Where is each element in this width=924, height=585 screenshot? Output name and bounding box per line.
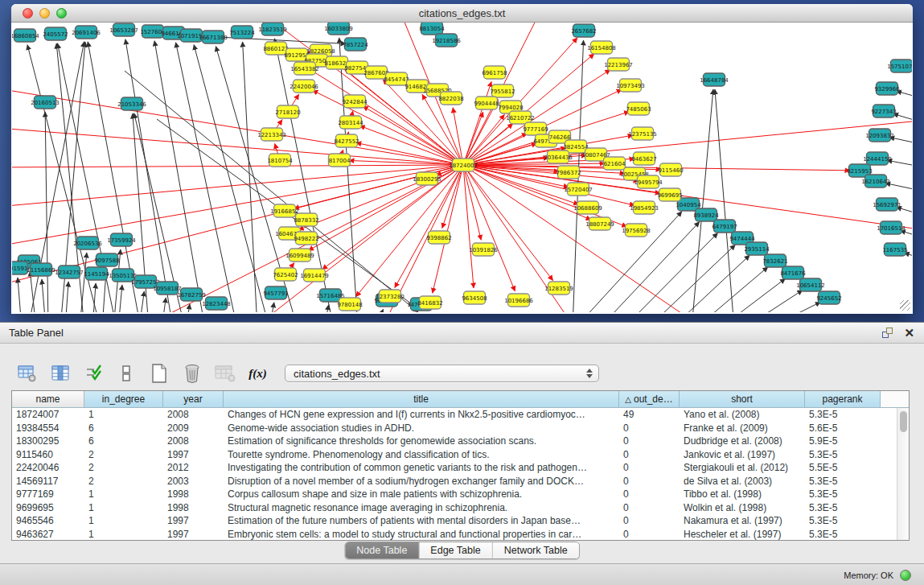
graph-node[interactable]: 1167535 [882, 243, 907, 256]
graph-edge[interactable] [18, 278, 22, 312]
graph-node[interactable]: 6961758 [482, 66, 507, 79]
graph-node[interactable]: 16648784 [700, 73, 729, 86]
graph-node[interactable]: 12444159 [863, 152, 892, 165]
graph-edge[interactable] [463, 165, 474, 288]
table-row[interactable]: 1872400712008Changes of HCN gene express… [12, 408, 909, 422]
graph-node[interactable]: 2803144 [338, 116, 363, 129]
graph-node[interactable]: 2405572 [43, 27, 68, 40]
graph-edge[interactable] [298, 165, 463, 230]
graph-node[interactable]: 19854923 [630, 201, 659, 214]
graph-node[interactable]: 8813054 [419, 23, 445, 35]
unselect-all-icon[interactable] [115, 363, 137, 385]
graph-node[interactable]: 7857224 [343, 38, 368, 51]
graph-edge[interactable] [12, 87, 463, 165]
graph-node[interactable]: 8878332 [294, 213, 318, 226]
graph-node[interactable]: 18724007 [449, 159, 478, 171]
graph-node[interactable]: 9115460 [658, 163, 683, 176]
memory-status-icon[interactable] [900, 570, 911, 581]
graph-node[interactable]: 11823519 [258, 23, 287, 35]
network-canvas[interactable]: 1686085424055722069140610653287152760294… [12, 23, 912, 312]
graph-node[interactable]: 16860854 [12, 29, 39, 42]
table-row[interactable]: 969969511998Structural magnetic resonanc… [12, 501, 909, 515]
canvas-resize-grip[interactable] [900, 300, 910, 311]
graph-node[interactable]: 12093832 [865, 129, 894, 142]
graph-node[interactable]: 9242844 [342, 95, 368, 108]
table-row[interactable]: 977716911998Corpus callosum shape and si… [12, 488, 909, 501]
graph-node[interactable]: 19218586 [432, 34, 461, 47]
graph-node[interactable]: 10653287 [109, 23, 138, 36]
minimize-button[interactable] [39, 8, 50, 19]
graph-node[interactable]: 16099489 [285, 249, 314, 262]
column-header-in_degree[interactable]: in_degree [84, 391, 163, 407]
graph-edge[interactable] [359, 126, 463, 165]
graph-edge[interactable] [12, 165, 463, 167]
graph-node[interactable]: 11283519 [544, 282, 573, 295]
graph-node[interactable]: 21053346 [117, 97, 146, 110]
table-row[interactable]: 2242004622012Investigating the contribut… [12, 461, 909, 475]
graph-node[interactable]: 9227343 [871, 105, 896, 117]
graph-edge[interactable] [176, 43, 237, 312]
graph-node[interactable]: 16154808 [587, 41, 616, 54]
column-header-out_de[interactable]: △out_de… [619, 391, 680, 407]
graph-edge[interactable] [897, 91, 912, 99]
graph-edge[interactable] [243, 42, 257, 312]
table-row[interactable]: 1938455462009Genome-wide association stu… [12, 422, 909, 435]
tab-edge-table[interactable]: Edge Table [419, 542, 492, 558]
graph-node[interactable]: 10688609 [573, 201, 602, 214]
graph-edge[interactable] [12, 165, 463, 208]
graph-node[interactable]: 8416832 [417, 296, 442, 309]
table-row[interactable]: 1456911722003Disruption of a novel membe… [12, 475, 909, 488]
graph-node[interactable]: 12375135 [628, 127, 657, 140]
graph-node[interactable]: 621604 [604, 157, 626, 170]
graph-node[interactable]: 20206536 [73, 237, 102, 249]
close-button[interactable] [23, 8, 33, 19]
graph-node[interactable]: 15692971 [873, 198, 901, 211]
graph-node[interactable]: 19495794 [634, 175, 663, 188]
scrollbar-thumb[interactable] [900, 411, 907, 432]
graph-node[interactable]: 9780148 [337, 298, 362, 311]
graph-node[interactable]: 17359924 [107, 233, 136, 246]
graph-edge[interactable] [269, 303, 274, 312]
graph-edge[interactable] [139, 291, 144, 312]
graph-node[interactable]: 10196686 [504, 294, 533, 307]
graph-edge[interactable] [744, 290, 803, 312]
graph-edge[interactable] [45, 112, 48, 312]
new-column-icon[interactable] [148, 363, 170, 385]
graph-node[interactable]: 9904448 [474, 97, 499, 109]
graph-node[interactable]: 7986372 [556, 166, 581, 179]
graph-node[interactable]: 2657682 [571, 24, 596, 37]
table-row[interactable]: 946362711997Embryonic stem cells: a mode… [12, 528, 909, 542]
graph-node[interactable]: 20691406 [72, 26, 101, 39]
tab-node-table[interactable]: Node Table [345, 542, 419, 558]
graph-edge[interactable] [324, 305, 329, 312]
graph-edge[interactable] [12, 127, 463, 165]
close-panel-icon[interactable]: ✕ [904, 327, 914, 339]
graph-edge[interactable] [720, 278, 785, 312]
zoom-button[interactable] [56, 8, 67, 19]
table-select-dropdown[interactable]: citations_edges.txt [285, 365, 599, 382]
graph-node[interactable]: 15720407 [564, 183, 593, 196]
graph-node[interactable]: 9398862 [426, 231, 451, 244]
graph-node[interactable]: 9699695 [657, 188, 682, 201]
graph-node[interactable]: 16543382 [290, 62, 319, 75]
graph-edge[interactable] [162, 298, 166, 312]
table-mode-icon[interactable] [16, 363, 38, 385]
graph-node[interactable]: 9329966 [874, 82, 900, 95]
column-header-short[interactable]: short [680, 391, 805, 407]
column-header-title[interactable]: title [224, 391, 619, 407]
graph-node[interactable]: 20160513 [31, 96, 60, 109]
delete-table-icon[interactable] [214, 363, 236, 385]
graph-edge[interactable] [696, 267, 768, 312]
graph-node[interactable]: 9097588 [94, 253, 119, 266]
table-row[interactable]: 911546021997Tourette syndrome. Phenomeno… [12, 448, 909, 462]
graph-node[interactable]: 10973493 [616, 79, 645, 92]
graph-edge[interactable] [42, 279, 46, 312]
graph-node[interactable]: 12213343 [257, 128, 286, 141]
graph-node[interactable]: 9463627 [631, 152, 656, 165]
graph-node[interactable]: 7625402 [273, 268, 298, 281]
graph-node[interactable]: 7485063 [626, 102, 651, 115]
graph-node[interactable]: 7513224 [229, 26, 255, 39]
graph-node[interactable]: 8938924 [693, 208, 719, 221]
delete-columns-icon[interactable] [181, 363, 203, 385]
graph-node[interactable]: 8471676 [780, 266, 806, 279]
